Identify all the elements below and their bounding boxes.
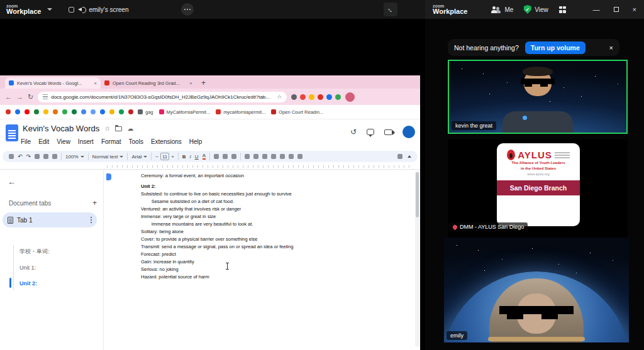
- bookmark-favicon[interactable]: [62, 109, 67, 114]
- collapse-sidebar-button[interactable]: ←: [8, 177, 16, 187]
- print-icon[interactable]: [35, 154, 40, 159]
- profile-avatar[interactable]: [345, 92, 355, 102]
- font-select[interactable]: Arial: [131, 154, 147, 160]
- docs-logo-icon[interactable]: [6, 124, 18, 141]
- extension-icon[interactable]: [335, 94, 341, 100]
- scrollbar-thumb[interactable]: [416, 172, 419, 217]
- document-canvas[interactable]: Ceremony: a formal event, an important o…: [104, 170, 420, 350]
- menu-item[interactable]: Extensions: [151, 138, 182, 145]
- add-tab-button[interactable]: +: [92, 199, 97, 207]
- extension-icon[interactable]: [326, 94, 332, 100]
- browser-tab[interactable]: Kevin's Vocab Words - Googl... ×: [5, 77, 101, 89]
- increase-font-icon[interactable]: +: [171, 154, 174, 160]
- bookmark-favicon[interactable]: [34, 109, 39, 114]
- menu-item[interactable]: View: [57, 138, 70, 145]
- insert-link-icon[interactable]: [214, 154, 219, 159]
- zoom-select[interactable]: 100%: [65, 154, 84, 160]
- outline-item[interactable]: Unit 1:: [0, 260, 103, 275]
- menu-item[interactable]: Help: [189, 138, 203, 145]
- tab-close-icon[interactable]: ×: [189, 80, 192, 86]
- indent-icon[interactable]: [289, 154, 294, 159]
- bulleted-list-icon[interactable]: [271, 154, 276, 159]
- menu-item[interactable]: Edit: [38, 138, 49, 145]
- decrease-font-icon[interactable]: −: [155, 154, 158, 160]
- tab-close-icon[interactable]: ×: [94, 80, 97, 86]
- tab-options-icon[interactable]: [91, 217, 92, 223]
- video-tile-aylus[interactable]: AYLUS The Alliance of Youth Leaders in t…: [448, 139, 628, 244]
- clear-formatting-icon[interactable]: [297, 154, 303, 159]
- paragraph-style-select[interactable]: Normal text: [92, 154, 124, 160]
- document-title[interactable]: Kevin's Vocab Words: [23, 124, 99, 133]
- move-folder-icon[interactable]: [115, 126, 122, 131]
- star-icon[interactable]: ☆: [104, 125, 110, 132]
- menu-item[interactable]: File: [21, 138, 31, 145]
- bookmark-favicon[interactable]: [109, 109, 114, 114]
- extension-icon[interactable]: [291, 94, 297, 100]
- reload-icon[interactable]: ↻: [28, 94, 33, 101]
- bookmark-favicon[interactable]: [100, 109, 105, 114]
- line-spacing-icon[interactable]: [253, 154, 258, 159]
- video-tile-emily[interactable]: emily: [444, 238, 629, 342]
- bookmark-item[interactable]: gag: [138, 109, 153, 115]
- document-text[interactable]: Ceremony: a formal event, an important o…: [141, 172, 405, 281]
- bookmark-item[interactable]: MyCaliforniaPermit...: [159, 109, 211, 115]
- browser-tab[interactable]: Open Court Reading 3rd Grad... ×: [101, 77, 196, 89]
- bookmark-item[interactable]: mycaliforniapermit...: [216, 109, 265, 115]
- font-size-value[interactable]: 11: [160, 153, 169, 160]
- checklist-icon[interactable]: [262, 154, 267, 159]
- expand-button[interactable]: ↔: [384, 3, 397, 16]
- bookmark-favicon[interactable]: [72, 109, 77, 114]
- bookmark-favicon[interactable]: [15, 109, 20, 114]
- numbered-list-icon[interactable]: [280, 154, 285, 159]
- address-bar[interactable]: docs.google.com/document/d/1N37O83O3-sGq…: [38, 92, 287, 102]
- extension-icon[interactable]: [318, 94, 323, 100]
- site-settings-icon[interactable]: [43, 94, 48, 99]
- notification-close-icon[interactable]: ×: [609, 44, 613, 52]
- chevron-down-icon[interactable]: [47, 8, 52, 11]
- insert-comment-icon[interactable]: [223, 154, 228, 159]
- bookmark-favicon[interactable]: [119, 109, 124, 114]
- comment-icon[interactable]: [367, 129, 374, 135]
- view-button[interactable]: ✓ View: [523, 5, 566, 14]
- me-button[interactable]: Me: [491, 6, 513, 13]
- bookmark-item[interactable]: Open Court Readin...: [271, 109, 323, 115]
- minimize-button[interactable]: —: [593, 6, 600, 13]
- outline-item[interactable]: 学校・单词:: [0, 244, 103, 260]
- editing-mode-icon[interactable]: [397, 154, 402, 159]
- undo-icon[interactable]: ↶: [18, 153, 23, 160]
- back-icon[interactable]: ←: [5, 94, 12, 101]
- bookmark-favicon[interactable]: [43, 109, 48, 114]
- gallery-view-icon[interactable]: [559, 6, 566, 13]
- italic-button[interactable]: I: [190, 154, 191, 160]
- extension-icon[interactable]: [309, 94, 314, 100]
- search-menus-icon[interactable]: [9, 154, 14, 159]
- turn-up-volume-button[interactable]: Turn up volume: [525, 41, 586, 54]
- extension-icon[interactable]: [300, 94, 306, 100]
- collapse-toolbar-icon[interactable]: [408, 155, 411, 158]
- spellcheck-icon[interactable]: [43, 154, 48, 159]
- bookmark-star-icon[interactable]: ☆: [277, 94, 282, 100]
- bookmark-favicon[interactable]: [25, 109, 30, 114]
- font-size-stepper[interactable]: − 11 +: [155, 153, 174, 160]
- document-tab-item[interactable]: Tab 1: [3, 212, 97, 227]
- version-history-icon[interactable]: ↺: [350, 128, 357, 136]
- forward-icon[interactable]: →: [16, 94, 23, 101]
- account-avatar[interactable]: [402, 126, 415, 138]
- meet-camera-icon[interactable]: [384, 129, 392, 135]
- bookmark-favicon[interactable]: [53, 109, 58, 114]
- paint-format-icon[interactable]: [52, 154, 57, 159]
- redo-icon[interactable]: ↷: [26, 153, 31, 160]
- outline-item[interactable]: Unit 2:: [0, 275, 103, 291]
- new-tab-button[interactable]: +: [201, 79, 206, 87]
- menu-item[interactable]: Insert: [78, 138, 94, 145]
- text-color-button[interactable]: A: [203, 153, 206, 160]
- bookmark-favicon[interactable]: [91, 109, 96, 114]
- bookmark-favicon[interactable]: [128, 109, 133, 114]
- underline-button[interactable]: U: [195, 154, 199, 160]
- more-options-button[interactable]: [181, 3, 194, 16]
- menu-item[interactable]: Format: [101, 138, 121, 145]
- video-tile-kevin[interactable]: kevin the great: [448, 60, 628, 134]
- insert-image-icon[interactable]: [231, 154, 236, 159]
- close-button[interactable]: ×: [633, 6, 636, 13]
- bold-button[interactable]: B: [182, 154, 186, 160]
